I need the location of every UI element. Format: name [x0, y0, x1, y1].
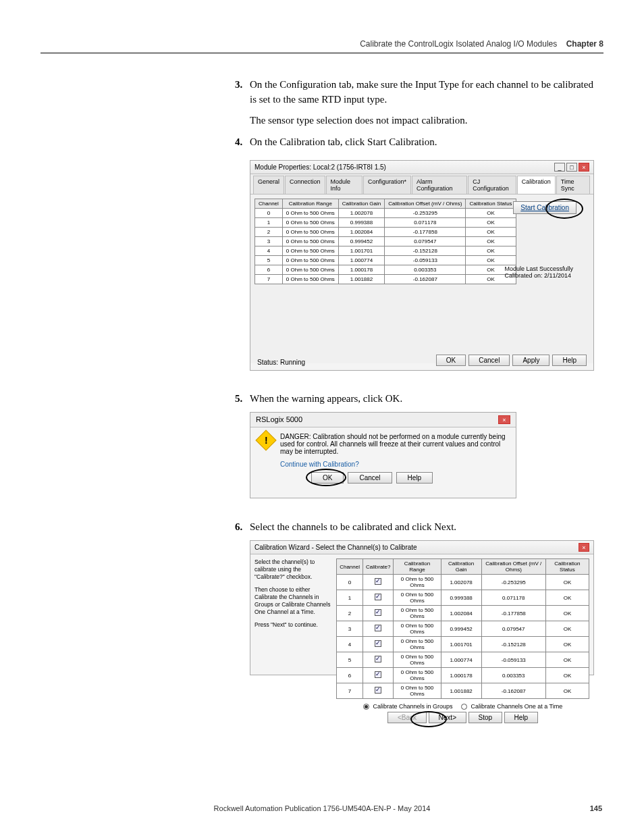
calibrate-checkbox[interactable]	[363, 652, 393, 668]
table-row: 20 Ohm to 500 Ohms1.002084-0.177858OK	[255, 228, 516, 237]
page-footer: Rockwell Automation Publication 1756-UM5…	[0, 804, 644, 812]
warning-text: DANGER: Calibration should not be perfor…	[280, 433, 508, 455]
step-4-num: 4.	[235, 135, 242, 150]
calibration-table: Channel Calibration Range Calibration Ga…	[254, 199, 516, 284]
help-button[interactable]: Help	[552, 355, 587, 366]
table-row: 70 Ohm to 500 Ohms1.001882-0.162087OK	[337, 683, 589, 699]
col-range: Calibration Range	[282, 199, 338, 209]
close-icon[interactable]: ×	[498, 415, 510, 424]
calibrate-checkbox[interactable]	[363, 683, 393, 699]
calibration-wizard-dialog: Calibration Wizard - Select the Channel(…	[250, 540, 594, 675]
table-row: 10 Ohm to 500 Ohms0.9993880.071178OK	[337, 590, 589, 606]
footer-pub: Rockwell Automation Publication 1756-UM5…	[214, 804, 431, 812]
warning-question: Continue with Calibration?	[280, 461, 508, 468]
table-row: 70 Ohm to 500 Ohms1.001882-0.162087OK	[255, 275, 516, 284]
wizard-table: Channel Calibrate? Calibration Range Cal…	[336, 558, 589, 699]
step-5-num: 5.	[235, 392, 242, 407]
dialog-titlebar[interactable]: Module Properties: Local:2 (1756-IRT8I 1…	[250, 161, 593, 174]
close-icon[interactable]: ×	[579, 163, 589, 172]
maximize-icon[interactable]: □	[566, 163, 577, 172]
col-offset: Calibration Offset (mV / Ohms)	[385, 199, 466, 209]
step-6-text: Select the channels to be calibrated and…	[250, 521, 456, 532]
warning-title: RSLogix 5000	[256, 415, 302, 424]
table-row: 00 Ohm to 500 Ohms1.002078-0.253295OK	[255, 209, 516, 218]
calibrate-checkbox[interactable]	[363, 590, 393, 606]
table-row: 30 Ohm to 500 Ohms0.9994520.079547OK	[255, 237, 516, 246]
wizard-title: Calibration Wizard - Select the Channel(…	[254, 544, 417, 551]
stop-button[interactable]: Stop	[468, 712, 503, 723]
tab-calibration[interactable]: Calibration	[517, 176, 556, 194]
close-icon[interactable]: ×	[579, 543, 589, 552]
step-4: 4. On the Calibration tab, click Start C…	[250, 135, 601, 150]
header-chapter: Chapter 8	[566, 39, 603, 49]
tab-strip: General Connection Module Info Configura…	[250, 174, 593, 194]
cancel-button[interactable]: Cancel	[468, 355, 510, 366]
table-row: 20 Ohm to 500 Ohms1.002084-0.177858OK	[337, 606, 589, 621]
table-row: 60 Ohm to 500 Ohms1.0001780.003353OK	[337, 668, 589, 683]
radio-one-at-a-time[interactable]	[461, 704, 467, 710]
dialog-title: Module Properties: Local:2 (1756-IRT8I 1…	[254, 163, 386, 171]
side-notes: Module Last Successfully Calibrated on: …	[504, 265, 573, 279]
step-3-num: 3.	[235, 78, 242, 93]
step-5-text: When the warning appears, click OK.	[250, 393, 402, 404]
step-4-text: On the Calibration tab, click Start Cali…	[250, 136, 437, 147]
page-header: Calibrate the ControlLogix Isolated Anal…	[360, 39, 603, 49]
table-row: 00 Ohm to 500 Ohms1.002078-0.253295OK	[337, 575, 589, 590]
step-6: 6. Select the channels to be calibrated …	[250, 520, 601, 535]
apply-button[interactable]: Apply	[512, 355, 549, 366]
table-row: 40 Ohm to 500 Ohms1.001701-0.152128OK	[337, 637, 589, 652]
calibrate-checkbox[interactable]	[363, 637, 393, 652]
wizard-instructions: Select the channel(s) to calibrate using…	[254, 558, 332, 721]
tab-cj-config[interactable]: CJ Configuration	[468, 176, 516, 194]
step-3-note: The sensor type selection does not impac…	[250, 113, 601, 128]
cancel-button[interactable]: Cancel	[348, 472, 392, 484]
wizard-titlebar[interactable]: Calibration Wizard - Select the Channel(…	[250, 541, 593, 554]
calibrate-checkbox[interactable]	[363, 606, 393, 621]
tab-general[interactable]: General	[253, 176, 284, 194]
radio-groups[interactable]	[363, 704, 369, 710]
step-5: 5. When the warning appears, click OK.	[250, 392, 601, 407]
start-calibration-button[interactable]: Start Calibration	[513, 201, 576, 214]
col-status: Calibration Status	[466, 199, 516, 209]
tab-module-info[interactable]: Module Info	[326, 176, 363, 194]
table-row: 30 Ohm to 500 Ohms0.9994520.079547OK	[337, 621, 589, 637]
table-row: 60 Ohm to 500 Ohms1.0001780.003353OK	[255, 265, 516, 275]
col-channel: Channel	[255, 199, 283, 209]
minimize-icon[interactable]: _	[554, 163, 565, 172]
table-row: 50 Ohm to 500 Ohms1.000774-0.059133OK	[255, 256, 516, 265]
step-3: 3. On the Configuration tab, make sure t…	[250, 78, 601, 107]
tab-connection[interactable]: Connection	[285, 176, 325, 194]
back-button[interactable]: <Back	[387, 712, 427, 723]
status-bar: Status: Running	[257, 359, 305, 366]
next-button[interactable]: Next>	[429, 712, 466, 723]
tab-alarm-config[interactable]: Alarm Configuration	[412, 176, 467, 194]
header-title: Calibrate the ControlLogix Isolated Anal…	[360, 39, 557, 49]
calibrate-checkbox[interactable]	[363, 621, 393, 637]
warning-dialog: RSLogix 5000 × ! DANGER: Calibration sho…	[250, 412, 516, 498]
calibrate-checkbox[interactable]	[363, 575, 393, 590]
ok-button[interactable]: OK	[311, 472, 344, 484]
step-6-num: 6.	[235, 520, 242, 535]
help-button[interactable]: Help	[504, 712, 539, 723]
table-row: 10 Ohm to 500 Ohms0.9993880.071178OK	[255, 218, 516, 228]
ok-button[interactable]: OK	[436, 355, 466, 366]
calibrate-checkbox[interactable]	[363, 668, 393, 683]
table-row: 50 Ohm to 500 Ohms1.000774-0.059133OK	[337, 652, 589, 668]
tab-time-sync[interactable]: Time Sync	[556, 176, 590, 194]
module-properties-dialog: Module Properties: Local:2 (1756-IRT8I 1…	[250, 160, 594, 371]
footer-page: 145	[590, 804, 602, 812]
help-button[interactable]: Help	[396, 472, 433, 484]
warning-icon: !	[259, 433, 273, 484]
col-gain: Calibration Gain	[338, 199, 384, 209]
tab-configuration[interactable]: Configuration*	[363, 176, 411, 194]
step-3-text: On the Configuration tab, make sure the …	[250, 79, 593, 105]
table-row: 40 Ohm to 500 Ohms1.001701-0.152128OK	[255, 246, 516, 256]
header-rule	[41, 53, 603, 53]
